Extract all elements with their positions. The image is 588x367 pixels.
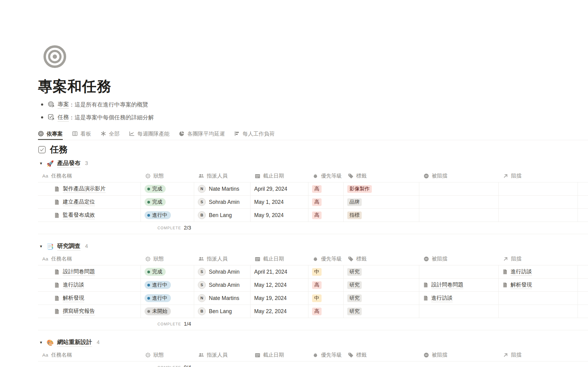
priority-chip[interactable]: 中 [312, 294, 322, 302]
tags-cell[interactable]: 研究 [344, 305, 419, 318]
column-header-status[interactable]: 狀態 [141, 170, 194, 182]
column-header-due[interactable]: 截止日期 [251, 349, 308, 361]
due-date-cell[interactable]: April 29, 2024 [251, 182, 308, 195]
column-header-due[interactable]: 截止日期 [251, 170, 308, 182]
priority-chip[interactable]: 高 [312, 308, 322, 315]
blocking-cell[interactable] [499, 292, 578, 305]
view-tab-board[interactable]: 看板 [72, 127, 91, 140]
blocking-cell[interactable] [499, 196, 578, 208]
priority-chip[interactable]: 高 [312, 198, 322, 206]
column-header-assignee[interactable]: 指派人員 [194, 253, 251, 265]
status-cell[interactable]: 完成 [141, 265, 194, 278]
column-header-due[interactable]: 截止日期 [251, 253, 308, 265]
assignee-cell[interactable]: NNate Martins [194, 182, 251, 195]
status-pill[interactable]: 進行中 [145, 294, 171, 302]
status-cell[interactable]: 進行中 [141, 209, 194, 222]
blocked-by-cell[interactable] [419, 209, 499, 222]
assignee-cell[interactable]: SSohrab Amin [194, 196, 251, 208]
task-name-cell[interactable]: 設計問卷問題 [38, 265, 141, 278]
tag-chip[interactable]: 品牌 [347, 198, 362, 206]
priority-cell[interactable]: 高 [308, 305, 344, 318]
task-name-cell[interactable]: 進行訪談 [38, 279, 141, 291]
column-header-blocking[interactable]: 阻擋 [499, 170, 578, 182]
status-pill[interactable]: 完成 [145, 198, 166, 206]
priority-cell[interactable]: 高 [308, 196, 344, 208]
group-toggle[interactable]: ▼ [37, 339, 45, 346]
tags-cell[interactable]: 研究 [344, 265, 419, 278]
assignee-cell[interactable]: BBen Lang [194, 305, 251, 318]
group-name[interactable]: 網站重新設計 [57, 338, 92, 347]
status-pill[interactable]: 進行中 [145, 281, 171, 289]
column-header-name[interactable]: Aa任務名稱 [38, 349, 141, 361]
blocking-cell[interactable]: 進行訪談 [499, 265, 578, 278]
tag-chip[interactable]: 研究 [347, 281, 362, 289]
column-header-status[interactable]: 狀態 [141, 349, 194, 361]
task-name[interactable]: 製作產品演示影片 [63, 185, 106, 193]
column-header-blocking[interactable]: 阻擋 [499, 349, 578, 361]
priority-cell[interactable]: 中 [308, 292, 344, 305]
tags-cell[interactable]: 研究 [344, 279, 419, 291]
view-tab-by-project[interactable]: 依專案 [38, 127, 63, 140]
complete-aggregate[interactable]: COMPLETE0/4 [141, 361, 194, 367]
column-header-priority[interactable]: 優先等級 [308, 349, 344, 361]
column-header-tags[interactable]: 標籤 [344, 349, 419, 361]
column-header-blocked-by[interactable]: 被阻擋 [419, 170, 499, 182]
column-header-status[interactable]: 狀態 [141, 253, 194, 265]
tag-chip[interactable]: 影像製作 [347, 185, 372, 193]
task-name[interactable]: 撰寫研究報告 [63, 307, 95, 315]
view-tab-avg-delay[interactable]: 各團隊平均延遲 [179, 127, 225, 140]
due-date-cell[interactable]: May 12, 2024 [251, 279, 308, 291]
status-cell[interactable]: 完成 [141, 196, 194, 208]
tag-chip[interactable]: 研究 [347, 294, 362, 302]
blocked-by-cell[interactable] [419, 196, 499, 208]
status-cell[interactable]: 進行中 [141, 292, 194, 305]
column-header-priority[interactable]: 優先等級 [308, 253, 344, 265]
column-header-name[interactable]: Aa任務名稱 [38, 253, 141, 265]
tag-chip[interactable]: 研究 [347, 268, 362, 276]
view-tab-weekly-capacity[interactable]: 每週團隊產能 [129, 127, 170, 140]
priority-chip[interactable]: 高 [312, 281, 322, 289]
group-name[interactable]: 產品發布 [57, 159, 81, 168]
blocked-by-cell[interactable]: 進行訪談 [419, 292, 499, 305]
task-name[interactable]: 設計問卷問題 [63, 268, 95, 276]
due-date-cell[interactable]: April 21, 2024 [251, 265, 308, 278]
column-header-blocking[interactable]: 阻擋 [499, 253, 578, 265]
status-pill[interactable]: 完成 [145, 185, 166, 193]
tags-cell[interactable]: 影像製作 [344, 182, 419, 195]
tags-cell[interactable]: 研究 [344, 292, 419, 305]
relation-item[interactable]: 解析發現 [502, 281, 532, 289]
group-toggle[interactable]: ▼ [37, 243, 45, 250]
priority-chip[interactable]: 高 [312, 185, 322, 193]
status-pill[interactable]: 進行中 [145, 211, 171, 219]
due-date-cell[interactable]: May 1, 2024 [251, 196, 308, 208]
blocked-by-cell[interactable] [419, 182, 499, 195]
priority-cell[interactable]: 高 [308, 209, 344, 222]
task-name-cell[interactable]: 監看發布成效 [38, 209, 141, 222]
assignee-cell[interactable]: SSohrab Amin [194, 265, 251, 278]
status-pill[interactable]: 未開始 [145, 307, 171, 315]
task-name-cell[interactable]: 解析發現 [38, 292, 141, 305]
complete-aggregate[interactable]: COMPLETE1/4 [141, 318, 194, 330]
tag-chip[interactable]: 指標 [347, 212, 362, 219]
status-pill[interactable]: 完成 [145, 268, 166, 276]
due-date-cell[interactable]: May 19, 2024 [251, 292, 308, 305]
column-header-blocked-by[interactable]: 被阻擋 [419, 349, 499, 361]
priority-chip[interactable]: 中 [312, 268, 322, 276]
column-header-priority[interactable]: 優先等級 [308, 170, 344, 182]
relation-item[interactable]: 進行訪談 [423, 294, 453, 302]
task-name[interactable]: 解析發現 [63, 294, 84, 302]
task-name-cell[interactable]: 製作產品演示影片 [38, 182, 141, 195]
blocked-by-cell[interactable]: 設計問卷問題 [419, 279, 499, 291]
priority-cell[interactable]: 中 [308, 265, 344, 278]
tags-cell[interactable]: 品牌 [344, 196, 419, 208]
assignee-cell[interactable]: BBen Lang [194, 209, 251, 222]
task-name-cell[interactable]: 建立產品定位 [38, 196, 141, 208]
view-tab-workload[interactable]: 每人工作負荷 [234, 127, 275, 140]
status-cell[interactable]: 未開始 [141, 305, 194, 318]
column-header-tags[interactable]: 標籤 [344, 253, 419, 265]
column-header-tags[interactable]: 標籤 [344, 170, 419, 182]
tags-cell[interactable]: 指標 [344, 209, 419, 222]
task-name-cell[interactable]: 撰寫研究報告 [38, 305, 141, 318]
relation-item[interactable]: 設計問卷問題 [423, 281, 463, 289]
blocking-cell[interactable] [499, 182, 578, 195]
